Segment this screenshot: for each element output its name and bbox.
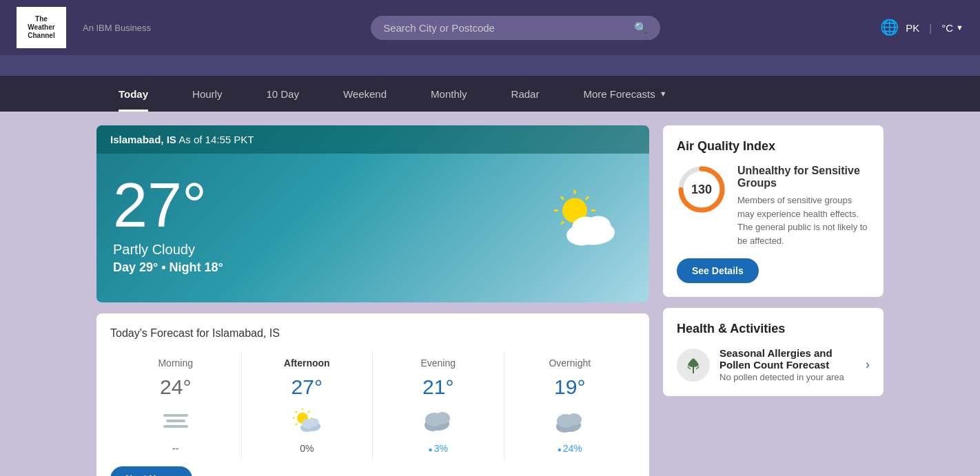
- svg-line-18: [296, 411, 297, 413]
- ibm-business-label: An IBM Business: [83, 23, 151, 33]
- svg-point-25: [308, 418, 319, 426]
- search-input[interactable]: [383, 22, 627, 34]
- aqi-circle-container: 130: [677, 165, 726, 214]
- period-evening: Evening: [420, 358, 456, 369]
- precip-overnight: ●24%: [558, 443, 582, 454]
- globe-icon: 🌐: [880, 19, 899, 37]
- svg-line-5: [561, 197, 564, 200]
- allergy-icon: [677, 349, 710, 382]
- health-item-allergy[interactable]: Seasonal Allergies and Pollen Count Fore…: [677, 347, 870, 382]
- aqi-title: Air Quality Index: [677, 139, 870, 154]
- icon-evening: [423, 406, 453, 436]
- forecast-card: Today's Forecast for Islamabad, IS Morni…: [96, 313, 649, 476]
- weather-hero-icon: [546, 189, 622, 268]
- allergy-subtitle: No pollen detected in your area: [719, 372, 856, 382]
- svg-line-8: [561, 222, 564, 225]
- health-title: Health & Activities: [677, 322, 870, 336]
- forecast-afternoon: Afternoon 27°: [242, 351, 374, 461]
- nav-radar[interactable]: Radar: [489, 76, 562, 112]
- more-forecasts-label: More Forecasts: [583, 88, 655, 100]
- precip-dot-overnight: ●: [558, 446, 562, 453]
- country-code: PK: [906, 22, 919, 34]
- weather-hero: Islamabad, IS As of 14:55 PKT 27° Partly…: [96, 125, 649, 302]
- header: The Weather Channel An IBM Business 🔍 🌐 …: [0, 0, 980, 55]
- nav-today[interactable]: Today: [96, 76, 170, 112]
- icon-overnight: [555, 406, 585, 436]
- logo[interactable]: The Weather Channel: [17, 7, 66, 48]
- precip-dot-evening: ●: [429, 446, 433, 453]
- weather-hero-header: Islamabad, IS As of 14:55 PKT: [96, 125, 649, 154]
- forecast-evening: Evening 21° ●3%: [373, 351, 504, 461]
- temp-evening: 21°: [422, 375, 453, 399]
- main-content: Islamabad, IS As of 14:55 PKT 27° Partly…: [0, 112, 980, 476]
- period-overnight: Overnight: [549, 358, 591, 369]
- aqi-body: 130 Unhealthy for Sensitive Groups Membe…: [677, 165, 870, 247]
- search-bar[interactable]: 🔍: [371, 16, 660, 40]
- left-panel: Islamabad, IS As of 14:55 PKT 27° Partly…: [96, 125, 649, 476]
- forecast-overnight: Overnight 19° ●24%: [504, 351, 636, 461]
- allergy-text: Seasonal Allergies and Pollen Count Fore…: [719, 347, 856, 382]
- allergy-title: Seasonal Allergies and Pollen Count Fore…: [719, 347, 856, 371]
- header-right: 🌐 PK | °C ▼: [880, 19, 963, 37]
- unit-label: °C: [941, 22, 953, 34]
- city-name: Islamabad, IS: [110, 134, 176, 145]
- svg-line-21: [296, 424, 297, 425]
- nav-hourly[interactable]: Hourly: [170, 76, 244, 112]
- temp-afternoon: 27°: [292, 375, 323, 399]
- svg-line-7: [586, 197, 589, 200]
- dropdown-chevron-icon: ▼: [660, 90, 667, 98]
- forecast-title: Today's Forecast for Islamabad, IS: [110, 327, 635, 340]
- icon-afternoon: [292, 406, 322, 436]
- aqi-card: Air Quality Index 130 Unhealthy for Sens…: [663, 125, 884, 297]
- unit-selector[interactable]: °C ▼: [941, 22, 963, 34]
- forecast-morning: Morning 24° --: [110, 351, 242, 461]
- nav: Today Hourly 10 Day Weekend Monthly Rada…: [0, 76, 980, 112]
- nav-weekend[interactable]: Weekend: [321, 76, 409, 112]
- nav-monthly[interactable]: Monthly: [409, 76, 489, 112]
- health-card: Health & Activities Seasonal Allergies a…: [663, 308, 884, 396]
- forecast-grid: Morning 24° -- Afternoon 27°: [110, 351, 635, 461]
- search-icon: 🔍: [634, 21, 648, 34]
- nav-more-forecasts[interactable]: More Forecasts ▼: [561, 76, 688, 112]
- temp-overnight: 19°: [554, 375, 585, 399]
- divider: |: [929, 22, 932, 34]
- svg-line-20: [308, 411, 309, 413]
- precip-morning: --: [172, 443, 178, 454]
- dropdown-arrow-icon: ▼: [956, 23, 963, 32]
- aqi-circle-svg: 130: [677, 165, 726, 214]
- svg-point-29: [435, 412, 450, 424]
- aqi-info: Unhealthy for Sensitive Groups Members o…: [737, 165, 870, 247]
- logo-text: The Weather Channel: [28, 15, 54, 40]
- aqi-status: Unhealthy for Sensitive Groups: [737, 165, 870, 189]
- as-of-time: As of 14:55 PKT: [178, 134, 254, 145]
- svg-point-33: [566, 413, 582, 426]
- svg-point-12: [586, 216, 611, 236]
- see-details-button[interactable]: See Details: [677, 258, 759, 283]
- temp-morning: 24°: [160, 375, 191, 399]
- allergy-chevron-icon: ›: [866, 358, 870, 372]
- right-panel: Air Quality Index 130 Unhealthy for Sens…: [663, 125, 884, 476]
- nav-10day[interactable]: 10 Day: [244, 76, 321, 112]
- aqi-description: Members of sensitive groups may experien…: [737, 194, 870, 247]
- precip-evening: ●3%: [429, 443, 448, 454]
- next-hours-button[interactable]: Next Hours: [110, 466, 192, 476]
- banner: [0, 55, 980, 76]
- weather-hero-body: 27° Partly Cloudy Day 29° • Night 18°: [96, 154, 649, 302]
- precip-afternoon: 0%: [300, 443, 314, 454]
- period-afternoon: Afternoon: [284, 358, 330, 369]
- svg-text:130: 130: [691, 183, 712, 196]
- icon-morning: [163, 406, 188, 436]
- period-morning: Morning: [158, 358, 193, 369]
